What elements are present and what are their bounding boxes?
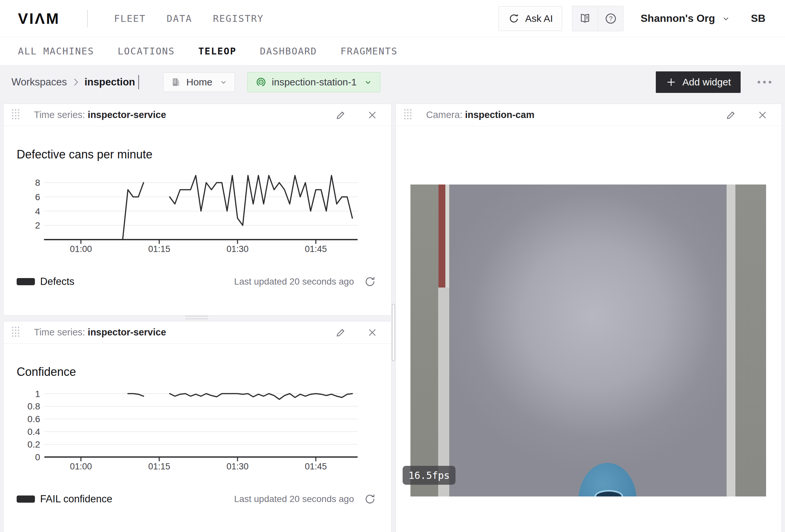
help-icon[interactable]: ? <box>598 6 623 31</box>
widget-header: Camera:inspection-cam <box>396 104 781 126</box>
widget-actions <box>334 108 379 122</box>
svg-text:01:45: 01:45 <box>305 244 327 254</box>
legend-label: Defects <box>40 276 74 288</box>
edit-pencil-icon[interactable] <box>334 326 348 339</box>
widget-title: Time series:inspector-service <box>34 327 166 338</box>
machine-name-label: inspection-station-1 <box>272 77 357 88</box>
workspace-title-input[interactable]: inspection <box>84 76 135 88</box>
edit-pencil-icon[interactable] <box>334 108 348 122</box>
legend-swatch <box>17 278 35 285</box>
chart-title: Confidence <box>17 365 76 379</box>
widget-title: Time series:inspector-service <box>34 109 166 120</box>
svg-text:01:30: 01:30 <box>226 461 249 471</box>
close-icon[interactable] <box>756 109 769 122</box>
defects-line-chart: 246801:0001:1501:3001:45 <box>4 168 359 256</box>
location-label: Home <box>186 77 212 88</box>
refresh-icon[interactable] <box>363 492 377 506</box>
widget-actions <box>334 326 379 339</box>
plus-icon <box>665 77 677 88</box>
user-avatar[interactable]: SB <box>751 12 765 24</box>
video-conveyor-field <box>449 185 727 497</box>
machine-selector-pill[interactable]: inspection-station-1 <box>247 72 380 92</box>
svg-text:01:30: 01:30 <box>226 244 249 254</box>
chart-footer: Defects Last updated 20 seconds ago <box>17 273 377 290</box>
svg-text:0.8: 0.8 <box>27 401 40 411</box>
video-left-stripe-lower <box>438 288 449 497</box>
svg-text:0.6: 0.6 <box>27 414 40 424</box>
tab-fragments[interactable]: FRAGMENTS <box>340 46 398 57</box>
chevron-down-icon <box>364 78 372 86</box>
toolbar-right: Add widget <box>656 71 775 93</box>
close-icon[interactable] <box>366 109 379 122</box>
text-caret <box>138 75 139 89</box>
breadcrumb-workspaces[interactable]: Workspaces <box>11 76 67 88</box>
org-switcher[interactable]: Shannon's Org <box>640 12 730 24</box>
svg-text:8: 8 <box>35 178 40 188</box>
tab-dashboard[interactable]: DASHBOARD <box>260 46 317 57</box>
timeseries-widget-defects: Time series:inspector-service Defective … <box>3 104 391 316</box>
tab-locations[interactable]: LOCATIONS <box>118 46 175 57</box>
chart-footer: FAIL confidence Last updated 20 seconds … <box>17 491 377 507</box>
close-icon[interactable] <box>366 326 379 339</box>
column-scrollbar[interactable] <box>392 304 395 361</box>
tab-teleop[interactable]: TELEOP <box>198 46 236 57</box>
ask-ai-button[interactable]: Ask AI <box>499 6 562 31</box>
confidence-line-chart: 00.20.40.60.8101:0001:1501:3001:45 <box>4 385 359 473</box>
help-button-group: ? <box>572 6 624 31</box>
svg-text:?: ? <box>609 15 612 22</box>
header-divider <box>87 10 88 27</box>
location-selector-button[interactable]: Home <box>163 72 235 92</box>
video-right-wall <box>735 185 766 497</box>
svg-text:0.4: 0.4 <box>27 427 40 437</box>
widget-title: Camera:inspection-cam <box>426 109 534 120</box>
svg-text:1: 1 <box>35 389 40 399</box>
svg-text:4: 4 <box>35 206 40 216</box>
edit-pencil-icon[interactable] <box>724 108 738 122</box>
nav-registry[interactable]: REGISTRY <box>213 13 264 24</box>
widget-header: Time series:inspector-service <box>4 321 391 344</box>
breadcrumb-chevron-icon <box>72 78 79 87</box>
header-right: Ask AI ? Shannon's O <box>499 6 765 31</box>
viam-logo[interactable]: VIΛM <box>18 10 60 27</box>
drag-handle-icon[interactable] <box>12 327 21 338</box>
widget-actions <box>724 108 769 122</box>
camera-video-feed <box>410 185 766 497</box>
ai-cycle-sparkle-icon <box>508 13 520 24</box>
building-icon <box>171 77 181 87</box>
drag-handle-icon[interactable] <box>12 109 21 121</box>
svg-text:01:15: 01:15 <box>148 244 170 254</box>
viam-teleop-page: VIΛM FLEET DATA REGISTRY Ask AI <box>0 0 785 532</box>
org-name: Shannon's Org <box>640 12 715 24</box>
ask-ai-label: Ask AI <box>525 13 553 24</box>
svg-text:01:00: 01:00 <box>70 244 92 254</box>
widget-resize-handle[interactable] <box>185 316 208 320</box>
legend-label: FAIL confidence <box>40 493 112 505</box>
fps-badge: 16.5fps <box>403 466 455 485</box>
widget-resource-name: inspection-cam <box>465 109 534 120</box>
svg-text:01:00: 01:00 <box>70 461 92 471</box>
widget-type-label: Time series: <box>34 327 85 337</box>
chevron-down-icon <box>220 78 227 86</box>
add-widget-label: Add widget <box>683 77 731 88</box>
svg-text:0: 0 <box>35 452 40 462</box>
tab-all-machines[interactable]: ALL MACHINES <box>18 46 94 57</box>
video-can-opening <box>596 491 622 497</box>
camera-widget: Camera:inspection-cam <box>396 104 782 532</box>
nav-data[interactable]: DATA <box>167 13 192 24</box>
widget-type-label: Camera: <box>426 109 462 120</box>
add-widget-button[interactable]: Add widget <box>656 71 741 93</box>
nav-fleet[interactable]: FLEET <box>114 13 146 24</box>
workspace-toolbar: Workspaces inspection Home <box>0 65 785 99</box>
timeseries-widget-confidence: Time series:inspector-service Confidence… <box>3 321 391 532</box>
workspace-menu-button[interactable] <box>754 78 775 87</box>
machine-target-icon <box>255 77 267 88</box>
app-header: VIΛM FLEET DATA REGISTRY Ask AI <box>0 0 785 37</box>
drag-handle-icon[interactable] <box>404 109 413 121</box>
video-red-bar <box>438 185 445 288</box>
widget-header: Time series:inspector-service <box>4 104 391 126</box>
docs-book-icon[interactable] <box>572 6 598 31</box>
svg-text:6: 6 <box>35 192 40 202</box>
refresh-icon[interactable] <box>363 275 377 289</box>
primary-nav: FLEET DATA REGISTRY <box>114 13 263 24</box>
svg-text:01:15: 01:15 <box>148 461 170 471</box>
